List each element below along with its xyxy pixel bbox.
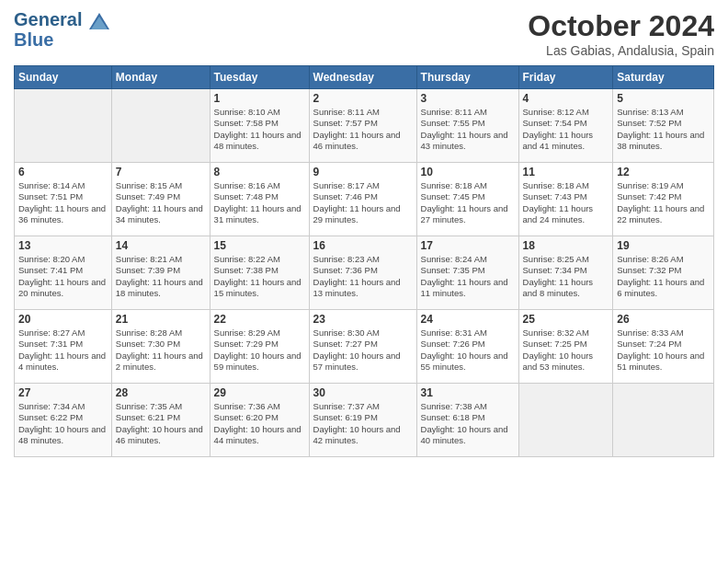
calendar-cell: 20Sunrise: 8:27 AM Sunset: 7:31 PM Dayli… bbox=[15, 310, 112, 384]
day-number: 29 bbox=[214, 386, 305, 399]
calendar-cell: 2Sunrise: 8:11 AM Sunset: 7:57 PM Daylig… bbox=[309, 89, 416, 163]
calendar-week-4: 20Sunrise: 8:27 AM Sunset: 7:31 PM Dayli… bbox=[15, 310, 714, 384]
calendar-cell: 6Sunrise: 8:14 AM Sunset: 7:51 PM Daylig… bbox=[15, 163, 112, 236]
main-container: General Blue October 2024 Las Gabias, An… bbox=[0, 0, 728, 466]
day-number: 1 bbox=[214, 92, 305, 105]
calendar-cell: 8Sunrise: 8:16 AM Sunset: 7:48 PM Daylig… bbox=[210, 163, 309, 236]
weekday-header-tuesday: Tuesday bbox=[210, 66, 309, 89]
day-number: 25 bbox=[523, 313, 609, 326]
day-number: 27 bbox=[18, 386, 108, 399]
day-number: 10 bbox=[421, 166, 515, 178]
calendar-cell: 1Sunrise: 8:10 AM Sunset: 7:58 PM Daylig… bbox=[210, 89, 309, 163]
day-number: 13 bbox=[18, 239, 108, 252]
day-number: 12 bbox=[617, 166, 710, 178]
day-info: Sunrise: 8:29 AM Sunset: 7:29 PM Dayligh… bbox=[214, 327, 305, 373]
day-number: 9 bbox=[313, 166, 413, 178]
calendar-cell: 26Sunrise: 8:33 AM Sunset: 7:24 PM Dayli… bbox=[613, 310, 714, 384]
calendar-week-1: 1Sunrise: 8:10 AM Sunset: 7:58 PM Daylig… bbox=[15, 89, 714, 163]
day-number: 19 bbox=[617, 239, 710, 252]
day-info: Sunrise: 8:18 AM Sunset: 7:45 PM Dayligh… bbox=[421, 180, 515, 225]
day-info: Sunrise: 7:35 AM Sunset: 6:21 PM Dayligh… bbox=[116, 401, 206, 446]
calendar-cell bbox=[613, 384, 714, 457]
day-number: 7 bbox=[116, 166, 206, 178]
logo-icon bbox=[89, 13, 109, 29]
day-info: Sunrise: 7:34 AM Sunset: 6:22 PM Dayligh… bbox=[18, 401, 108, 446]
calendar-cell: 17Sunrise: 8:24 AM Sunset: 7:35 PM Dayli… bbox=[416, 236, 518, 310]
day-info: Sunrise: 8:33 AM Sunset: 7:24 PM Dayligh… bbox=[617, 327, 710, 373]
day-number: 22 bbox=[214, 313, 305, 326]
calendar-cell: 23Sunrise: 8:30 AM Sunset: 7:27 PM Dayli… bbox=[309, 310, 416, 384]
day-info: Sunrise: 8:18 AM Sunset: 7:43 PM Dayligh… bbox=[523, 180, 609, 225]
day-info: Sunrise: 8:21 AM Sunset: 7:39 PM Dayligh… bbox=[116, 254, 206, 299]
calendar-cell bbox=[518, 384, 613, 457]
calendar-cell: 5Sunrise: 8:13 AM Sunset: 7:52 PM Daylig… bbox=[613, 89, 714, 163]
calendar-cell: 29Sunrise: 7:36 AM Sunset: 6:20 PM Dayli… bbox=[210, 384, 309, 457]
calendar-cell: 18Sunrise: 8:25 AM Sunset: 7:34 PM Dayli… bbox=[518, 236, 613, 310]
calendar-cell: 4Sunrise: 8:12 AM Sunset: 7:54 PM Daylig… bbox=[518, 89, 613, 163]
day-info: Sunrise: 8:23 AM Sunset: 7:36 PM Dayligh… bbox=[313, 254, 413, 299]
day-number: 28 bbox=[116, 386, 206, 399]
calendar-cell: 15Sunrise: 8:22 AM Sunset: 7:38 PM Dayli… bbox=[210, 236, 309, 310]
day-info: Sunrise: 8:16 AM Sunset: 7:48 PM Dayligh… bbox=[214, 180, 305, 225]
day-info: Sunrise: 8:32 AM Sunset: 7:25 PM Dayligh… bbox=[523, 327, 609, 373]
month-title: October 2024 bbox=[528, 9, 714, 43]
day-info: Sunrise: 8:31 AM Sunset: 7:26 PM Dayligh… bbox=[421, 327, 515, 373]
day-info: Sunrise: 7:36 AM Sunset: 6:20 PM Dayligh… bbox=[214, 401, 305, 446]
day-info: Sunrise: 8:20 AM Sunset: 7:41 PM Dayligh… bbox=[18, 254, 108, 299]
calendar-cell: 14Sunrise: 8:21 AM Sunset: 7:39 PM Dayli… bbox=[111, 236, 210, 310]
day-info: Sunrise: 8:28 AM Sunset: 7:30 PM Dayligh… bbox=[116, 327, 206, 373]
day-info: Sunrise: 8:19 AM Sunset: 7:42 PM Dayligh… bbox=[617, 180, 710, 225]
day-info: Sunrise: 8:10 AM Sunset: 7:58 PM Dayligh… bbox=[214, 107, 305, 152]
calendar-cell: 7Sunrise: 8:15 AM Sunset: 7:49 PM Daylig… bbox=[111, 163, 210, 236]
day-number: 5 bbox=[617, 92, 710, 105]
calendar-week-2: 6Sunrise: 8:14 AM Sunset: 7:51 PM Daylig… bbox=[15, 163, 714, 236]
day-info: Sunrise: 8:26 AM Sunset: 7:32 PM Dayligh… bbox=[617, 254, 710, 299]
calendar-cell: 11Sunrise: 8:18 AM Sunset: 7:43 PM Dayli… bbox=[518, 163, 613, 236]
weekday-header-wednesday: Wednesday bbox=[309, 66, 416, 89]
weekday-header-saturday: Saturday bbox=[613, 66, 714, 89]
calendar-cell: 3Sunrise: 8:11 AM Sunset: 7:55 PM Daylig… bbox=[416, 89, 518, 163]
day-info: Sunrise: 8:11 AM Sunset: 7:57 PM Dayligh… bbox=[313, 107, 413, 152]
title-area: October 2024 Las Gabias, Andalusia, Spai… bbox=[528, 9, 714, 58]
calendar-cell: 27Sunrise: 7:34 AM Sunset: 6:22 PM Dayli… bbox=[15, 384, 112, 457]
weekday-header-sunday: Sunday bbox=[15, 66, 112, 89]
weekday-header-friday: Friday bbox=[518, 66, 613, 89]
calendar-cell: 21Sunrise: 8:28 AM Sunset: 7:30 PM Dayli… bbox=[111, 310, 210, 384]
day-number: 8 bbox=[214, 166, 305, 178]
calendar-cell: 19Sunrise: 8:26 AM Sunset: 7:32 PM Dayli… bbox=[613, 236, 714, 310]
day-number: 16 bbox=[313, 239, 413, 252]
calendar-cell: 9Sunrise: 8:17 AM Sunset: 7:46 PM Daylig… bbox=[309, 163, 416, 236]
location: Las Gabias, Andalusia, Spain bbox=[528, 43, 714, 58]
logo-blue: Blue bbox=[14, 29, 109, 50]
calendar-week-5: 27Sunrise: 7:34 AM Sunset: 6:22 PM Dayli… bbox=[15, 384, 714, 457]
calendar-week-3: 13Sunrise: 8:20 AM Sunset: 7:41 PM Dayli… bbox=[15, 236, 714, 310]
day-number: 30 bbox=[313, 386, 413, 399]
day-info: Sunrise: 8:12 AM Sunset: 7:54 PM Dayligh… bbox=[523, 107, 609, 152]
calendar-cell: 22Sunrise: 8:29 AM Sunset: 7:29 PM Dayli… bbox=[210, 310, 309, 384]
day-number: 20 bbox=[18, 313, 108, 326]
calendar-cell: 31Sunrise: 7:38 AM Sunset: 6:18 PM Dayli… bbox=[416, 384, 518, 457]
day-info: Sunrise: 8:13 AM Sunset: 7:52 PM Dayligh… bbox=[617, 107, 710, 152]
calendar-cell: 25Sunrise: 8:32 AM Sunset: 7:25 PM Dayli… bbox=[518, 310, 613, 384]
day-number: 15 bbox=[214, 239, 305, 252]
day-info: Sunrise: 8:27 AM Sunset: 7:31 PM Dayligh… bbox=[18, 327, 108, 373]
day-info: Sunrise: 8:11 AM Sunset: 7:55 PM Dayligh… bbox=[421, 107, 515, 152]
day-number: 23 bbox=[313, 313, 413, 326]
day-number: 11 bbox=[523, 166, 609, 178]
day-number: 21 bbox=[116, 313, 206, 326]
day-info: Sunrise: 7:38 AM Sunset: 6:18 PM Dayligh… bbox=[421, 401, 515, 446]
day-number: 31 bbox=[421, 386, 515, 399]
calendar-cell: 12Sunrise: 8:19 AM Sunset: 7:42 PM Dayli… bbox=[613, 163, 714, 236]
day-info: Sunrise: 7:37 AM Sunset: 6:19 PM Dayligh… bbox=[313, 401, 413, 446]
day-info: Sunrise: 8:14 AM Sunset: 7:51 PM Dayligh… bbox=[18, 180, 108, 225]
day-info: Sunrise: 8:25 AM Sunset: 7:34 PM Dayligh… bbox=[523, 254, 609, 299]
day-info: Sunrise: 8:22 AM Sunset: 7:38 PM Dayligh… bbox=[214, 254, 305, 299]
weekday-header-monday: Monday bbox=[111, 66, 210, 89]
calendar-cell: 16Sunrise: 8:23 AM Sunset: 7:36 PM Dayli… bbox=[309, 236, 416, 310]
calendar-cell: 28Sunrise: 7:35 AM Sunset: 6:21 PM Dayli… bbox=[111, 384, 210, 457]
day-number: 14 bbox=[116, 239, 206, 252]
day-number: 3 bbox=[421, 92, 515, 105]
day-number: 6 bbox=[18, 166, 108, 178]
logo-text: General bbox=[14, 9, 82, 29]
weekday-header-row: SundayMondayTuesdayWednesdayThursdayFrid… bbox=[15, 66, 714, 89]
